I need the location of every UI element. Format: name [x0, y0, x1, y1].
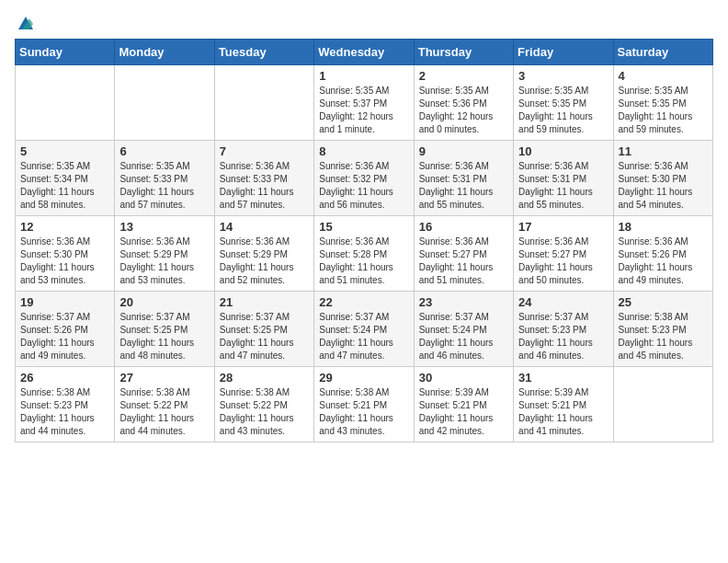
day-number: 3 — [518, 69, 608, 83]
day-info: Sunrise: 5:37 AM Sunset: 5:25 PM Dayligh… — [119, 311, 209, 362]
day-number: 20 — [119, 295, 209, 309]
day-info: Sunrise: 5:36 AM Sunset: 5:32 PM Dayligh… — [319, 160, 408, 212]
day-number: 18 — [619, 220, 708, 234]
day-number: 24 — [518, 295, 608, 309]
day-number: 5 — [20, 144, 109, 158]
calendar-cell: 15Sunrise: 5:36 AM Sunset: 5:28 PM Dayli… — [314, 216, 414, 292]
day-number: 2 — [419, 69, 508, 83]
calendar-cell: 31Sunrise: 5:39 AM Sunset: 5:21 PM Dayli… — [514, 367, 613, 442]
calendar-cell: 19Sunrise: 5:37 AM Sunset: 5:26 PM Dayli… — [16, 292, 115, 367]
calendar-cell: 5Sunrise: 5:35 AM Sunset: 5:34 PM Daylig… — [16, 141, 115, 216]
day-number: 29 — [319, 371, 408, 385]
day-number: 31 — [518, 371, 608, 385]
logo — [15, 15, 35, 31]
day-info: Sunrise: 5:36 AM Sunset: 5:26 PM Dayligh… — [619, 236, 708, 287]
weekday-header: Wednesday — [314, 40, 414, 65]
weekday-header: Tuesday — [214, 40, 313, 65]
day-info: Sunrise: 5:35 AM Sunset: 5:37 PM Dayligh… — [319, 85, 408, 136]
calendar-cell: 13Sunrise: 5:36 AM Sunset: 5:29 PM Dayli… — [115, 216, 214, 292]
day-info: Sunrise: 5:36 AM Sunset: 5:28 PM Dayligh… — [319, 236, 408, 287]
calendar-week-row: 5Sunrise: 5:35 AM Sunset: 5:34 PM Daylig… — [16, 141, 713, 216]
day-number: 19 — [20, 295, 109, 309]
day-info: Sunrise: 5:36 AM Sunset: 5:29 PM Dayligh… — [119, 236, 209, 287]
day-info: Sunrise: 5:35 AM Sunset: 5:35 PM Dayligh… — [619, 85, 708, 136]
day-number: 6 — [119, 144, 209, 158]
calendar-cell — [16, 65, 115, 141]
calendar-cell: 9Sunrise: 5:36 AM Sunset: 5:31 PM Daylig… — [414, 141, 513, 216]
day-info: Sunrise: 5:36 AM Sunset: 5:30 PM Dayligh… — [619, 160, 708, 212]
calendar-cell: 28Sunrise: 5:38 AM Sunset: 5:22 PM Dayli… — [214, 367, 313, 442]
day-number: 7 — [220, 144, 309, 158]
calendar-cell: 20Sunrise: 5:37 AM Sunset: 5:25 PM Dayli… — [115, 292, 214, 367]
calendar-cell: 23Sunrise: 5:37 AM Sunset: 5:24 PM Dayli… — [414, 292, 513, 367]
day-number: 27 — [119, 371, 209, 385]
day-number: 13 — [119, 220, 209, 234]
page-header — [15, 15, 713, 31]
calendar-cell: 4Sunrise: 5:35 AM Sunset: 5:35 PM Daylig… — [613, 65, 712, 141]
day-number: 4 — [619, 69, 708, 83]
weekday-header: Sunday — [16, 40, 115, 65]
day-number: 23 — [419, 295, 508, 309]
calendar-cell: 22Sunrise: 5:37 AM Sunset: 5:24 PM Dayli… — [314, 292, 414, 367]
weekday-header: Friday — [514, 40, 613, 65]
day-number: 26 — [20, 371, 109, 385]
day-info: Sunrise: 5:35 AM Sunset: 5:33 PM Dayligh… — [119, 160, 209, 212]
day-info: Sunrise: 5:37 AM Sunset: 5:24 PM Dayligh… — [319, 311, 408, 362]
day-info: Sunrise: 5:36 AM Sunset: 5:31 PM Dayligh… — [419, 160, 508, 212]
calendar-cell: 3Sunrise: 5:35 AM Sunset: 5:35 PM Daylig… — [514, 65, 613, 141]
calendar-week-row: 1Sunrise: 5:35 AM Sunset: 5:37 PM Daylig… — [16, 65, 713, 141]
day-info: Sunrise: 5:36 AM Sunset: 5:30 PM Dayligh… — [20, 236, 109, 287]
calendar-cell: 2Sunrise: 5:35 AM Sunset: 5:36 PM Daylig… — [414, 65, 513, 141]
day-info: Sunrise: 5:38 AM Sunset: 5:23 PM Dayligh… — [619, 311, 708, 362]
day-info: Sunrise: 5:35 AM Sunset: 5:34 PM Dayligh… — [20, 160, 109, 212]
calendar-cell: 7Sunrise: 5:36 AM Sunset: 5:33 PM Daylig… — [214, 141, 313, 216]
calendar-cell — [613, 367, 712, 442]
day-number: 30 — [419, 371, 508, 385]
day-number: 8 — [319, 144, 408, 158]
calendar-cell: 11Sunrise: 5:36 AM Sunset: 5:30 PM Dayli… — [613, 141, 712, 216]
day-info: Sunrise: 5:37 AM Sunset: 5:26 PM Dayligh… — [20, 311, 109, 362]
calendar-cell: 24Sunrise: 5:37 AM Sunset: 5:23 PM Dayli… — [514, 292, 613, 367]
weekday-header: Thursday — [414, 40, 513, 65]
calendar-week-row: 26Sunrise: 5:38 AM Sunset: 5:23 PM Dayli… — [16, 367, 713, 442]
calendar-cell: 27Sunrise: 5:38 AM Sunset: 5:22 PM Dayli… — [115, 367, 214, 442]
day-number: 25 — [619, 295, 708, 309]
calendar-table: SundayMondayTuesdayWednesdayThursdayFrid… — [15, 39, 713, 442]
calendar-cell — [214, 65, 313, 141]
calendar-cell: 14Sunrise: 5:36 AM Sunset: 5:29 PM Dayli… — [214, 216, 313, 292]
calendar-cell: 21Sunrise: 5:37 AM Sunset: 5:25 PM Dayli… — [214, 292, 313, 367]
day-info: Sunrise: 5:36 AM Sunset: 5:33 PM Dayligh… — [220, 160, 309, 212]
day-info: Sunrise: 5:39 AM Sunset: 5:21 PM Dayligh… — [518, 386, 608, 438]
calendar-cell: 6Sunrise: 5:35 AM Sunset: 5:33 PM Daylig… — [115, 141, 214, 216]
calendar-cell: 26Sunrise: 5:38 AM Sunset: 5:23 PM Dayli… — [16, 367, 115, 442]
day-number: 10 — [518, 144, 608, 158]
calendar-cell: 25Sunrise: 5:38 AM Sunset: 5:23 PM Dayli… — [613, 292, 712, 367]
day-info: Sunrise: 5:37 AM Sunset: 5:24 PM Dayligh… — [419, 311, 508, 362]
calendar-cell: 1Sunrise: 5:35 AM Sunset: 5:37 PM Daylig… — [314, 65, 414, 141]
calendar-cell: 10Sunrise: 5:36 AM Sunset: 5:31 PM Dayli… — [514, 141, 613, 216]
day-number: 14 — [220, 220, 309, 234]
day-info: Sunrise: 5:36 AM Sunset: 5:29 PM Dayligh… — [220, 236, 309, 287]
weekday-header: Monday — [115, 40, 214, 65]
calendar-cell: 8Sunrise: 5:36 AM Sunset: 5:32 PM Daylig… — [314, 141, 414, 216]
day-info: Sunrise: 5:38 AM Sunset: 5:23 PM Dayligh… — [20, 386, 109, 438]
logo-icon — [17, 15, 35, 33]
day-info: Sunrise: 5:37 AM Sunset: 5:25 PM Dayligh… — [220, 311, 309, 362]
day-number: 12 — [20, 220, 109, 234]
calendar-week-row: 12Sunrise: 5:36 AM Sunset: 5:30 PM Dayli… — [16, 216, 713, 292]
calendar-cell: 29Sunrise: 5:38 AM Sunset: 5:21 PM Dayli… — [314, 367, 414, 442]
day-number: 9 — [419, 144, 508, 158]
day-number: 22 — [319, 295, 408, 309]
day-info: Sunrise: 5:35 AM Sunset: 5:36 PM Dayligh… — [419, 85, 508, 136]
calendar-cell: 18Sunrise: 5:36 AM Sunset: 5:26 PM Dayli… — [613, 216, 712, 292]
calendar-cell: 16Sunrise: 5:36 AM Sunset: 5:27 PM Dayli… — [414, 216, 513, 292]
calendar-header-row: SundayMondayTuesdayWednesdayThursdayFrid… — [16, 40, 713, 65]
day-number: 1 — [319, 69, 408, 83]
day-info: Sunrise: 5:35 AM Sunset: 5:35 PM Dayligh… — [518, 85, 608, 136]
calendar-cell: 30Sunrise: 5:39 AM Sunset: 5:21 PM Dayli… — [414, 367, 513, 442]
day-number: 15 — [319, 220, 408, 234]
day-info: Sunrise: 5:36 AM Sunset: 5:27 PM Dayligh… — [419, 236, 508, 287]
day-number: 28 — [220, 371, 309, 385]
weekday-header: Saturday — [613, 40, 712, 65]
day-info: Sunrise: 5:39 AM Sunset: 5:21 PM Dayligh… — [419, 386, 508, 438]
